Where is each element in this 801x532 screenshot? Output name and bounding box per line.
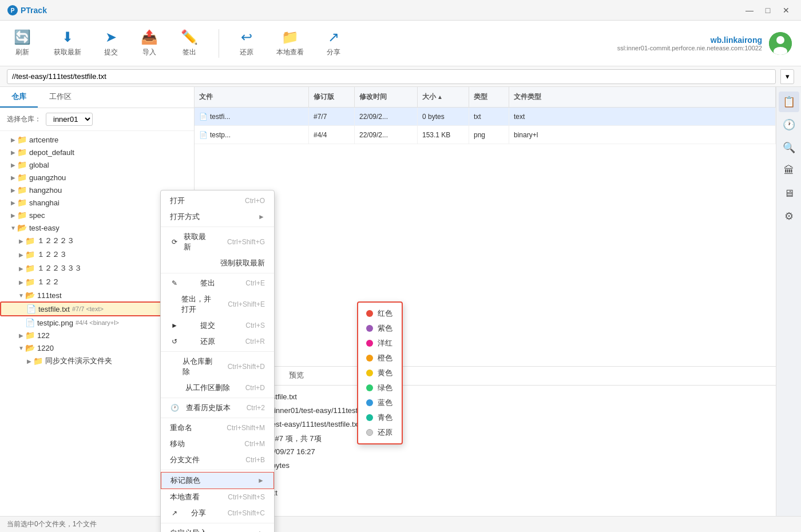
ctx-checkout-shortcut: Ctrl+E (245, 279, 265, 287)
color-item-restore[interactable]: 还原 (360, 425, 399, 440)
checkout-label: 签出 (183, 47, 196, 57)
tree-item-artcentre[interactable]: ▶ 📁 artcentre (0, 133, 194, 146)
ctx-history[interactable]: 🕐 查看历史版本 Ctrl+2 (161, 400, 274, 416)
color-item-orange[interactable]: 橙色 (360, 351, 399, 366)
avatar[interactable] (769, 32, 792, 55)
refresh-label: 刷新 (15, 47, 29, 57)
maximize-button[interactable]: □ (760, 5, 776, 16)
fetch-latest-button[interactable]: ⬇ 获取最新 (49, 27, 86, 59)
sidebar-warehouse-button[interactable]: 🏛 (779, 160, 799, 181)
path-dropdown[interactable]: ▾ (780, 69, 794, 84)
ctx-share[interactable]: ↗ 分享 Ctrl+Shift+C (161, 505, 274, 521)
main-content: 仓库 工作区 选择仓库： inner01 ▶ 📁 artcentre ▶ 📁 d… (0, 87, 801, 516)
ctx-force-fetch[interactable]: 强制获取最新 (161, 255, 274, 271)
sidebar-search-button[interactable]: 🔍 (779, 137, 799, 158)
ctx-branch[interactable]: 分支文件 Ctrl+B (161, 452, 274, 468)
tree-item-global[interactable]: ▶ 📁 global (0, 158, 194, 171)
ctx-share-shortcut: Ctrl+Shift+C (228, 509, 265, 517)
tree-arrow: ▶ (9, 137, 17, 143)
warehouse-select[interactable]: inner01 (46, 113, 93, 126)
ctx-separator7 (161, 523, 274, 523)
share-button[interactable]: ↗ 分享 (322, 27, 345, 59)
tree-arrow: ▶ (17, 252, 25, 258)
path-input[interactable] (7, 69, 776, 84)
color-item-cyan[interactable]: 青色 (360, 410, 399, 425)
color-item-red[interactable]: 红色 (360, 306, 399, 321)
ctx-fetch[interactable]: ⟳ 获取最新 Ctrl+Shift+G (161, 229, 274, 255)
left-panel: 仓库 工作区 选择仓库： inner01 ▶ 📁 artcentre ▶ 📁 d… (0, 87, 195, 516)
sort-arrow-icon: ▲ (437, 94, 443, 100)
tree-label: test-easy (29, 224, 60, 232)
col-revision: 修订版 (309, 87, 355, 107)
ctx-checkout[interactable]: ✎ 签出 Ctrl+E (161, 275, 274, 291)
minimize-button[interactable]: — (741, 5, 758, 16)
import-button[interactable]: 📤 导入 (136, 27, 162, 59)
file-list-header: 文件 修订版 修改时间 大小 ▲ 类型 文件类型 (195, 87, 776, 108)
warehouse-label: 选择仓库： (7, 114, 41, 124)
color-dot-orange (366, 355, 373, 362)
color-item-green[interactable]: 绿色 (360, 380, 399, 395)
submit-button[interactable]: ➤ 提交 (100, 27, 122, 59)
col-size: 大小 ▲ (418, 87, 469, 107)
ctx-branch-label: 分支文件 (170, 455, 200, 465)
ctx-open-with[interactable]: 打开方式 ► (161, 209, 274, 225)
file-cell-type-1: txt (469, 108, 509, 125)
ctx-revert[interactable]: ↺ 还原 Ctrl+R (161, 334, 274, 350)
svg-point-3 (776, 36, 784, 44)
status-text: 当前选中0个文件夹，1个文件 (7, 519, 97, 529)
detail-perforce-value: text (265, 489, 767, 509)
checkout-button[interactable]: ✏️ 签出 (176, 27, 203, 59)
submit-icon: ➤ (105, 29, 117, 45)
tree-item-guangzhou[interactable]: ▶ 📁 guangzhou (0, 171, 194, 184)
ctx-separator6 (161, 470, 274, 470)
ctx-delete-workspace[interactable]: 从工作区删除 Ctrl+D (161, 380, 274, 396)
tree-label: testpic.png (37, 319, 73, 327)
tab-workspace[interactable]: 工作区 (38, 87, 83, 108)
refresh-button[interactable]: 🔄 刷新 (9, 27, 35, 59)
sidebar-settings-button[interactable]: ⚙ (779, 206, 799, 227)
ctx-mark-color[interactable]: 标记颜色 ► (161, 472, 274, 489)
ctx-submit[interactable]: ► 提交 Ctrl+S (161, 317, 274, 334)
color-item-blue[interactable]: 蓝色 (360, 395, 399, 410)
ctx-separator3 (161, 351, 274, 352)
ctx-local-view-label: 本地查看 (170, 492, 200, 502)
revert-button[interactable]: ↩ 还原 (235, 27, 258, 59)
local-view-icon: 📁 (281, 29, 299, 45)
ctx-delete-depot-label: 从仓库删除 (183, 356, 214, 377)
file-cell-revision-1: #7/7 (309, 108, 355, 125)
file-row-testfile[interactable]: 📄 testfi... #7/7 22/09/2... 0 bytes txt … (195, 108, 776, 126)
sidebar-desktop-button[interactable]: 🖥 (779, 183, 799, 204)
ctx-local-view[interactable]: 本地查看 Ctrl+Shift+S (161, 489, 274, 505)
color-item-magenta[interactable]: 洋红 (360, 336, 399, 351)
file-row-testpic[interactable]: 📄 testp... #4/4 22/09/2... 153.1 KB png … (195, 126, 776, 144)
ctx-delete-workspace-shortcut: Ctrl+D (245, 384, 265, 392)
ctx-open[interactable]: 打开 Ctrl+O (161, 193, 274, 209)
color-dot-red (366, 310, 373, 317)
color-item-purple[interactable]: 紫色 (360, 321, 399, 336)
file-cell-name-1: 📄 testfi... (195, 108, 309, 125)
tree-label: shanghai (29, 198, 60, 207)
ctx-rename[interactable]: 重命名 Ctrl+Shift+M (161, 420, 274, 436)
ctx-checkout-open-label: 签出，并打开 (181, 294, 215, 315)
detail-tab-preview[interactable]: 预览 (277, 367, 315, 385)
local-view-button[interactable]: 📁 本地查看 (272, 27, 308, 59)
tree-item-depot-default[interactable]: ▶ 📁 depot_default (0, 146, 194, 158)
fetch-icon: ⬇ (62, 29, 73, 45)
ctx-delete-depot[interactable]: 从仓库删除 Ctrl+Shift+D (161, 354, 274, 380)
color-item-yellow[interactable]: 黄色 (360, 366, 399, 380)
ctx-checkout-open[interactable]: 签出，并打开 Ctrl+Shift+E (161, 291, 274, 317)
color-dot-purple (366, 325, 373, 332)
folder-icon: 📁 (25, 264, 35, 273)
detail-moddate-value: 22/09/27 16:27 (265, 447, 767, 458)
tab-warehouse[interactable]: 仓库 (0, 87, 38, 108)
tree-arrow: ▶ (17, 332, 25, 339)
sidebar-notes-button[interactable]: 📋 (779, 92, 799, 112)
ctx-move[interactable]: 移动 Ctrl+M (161, 436, 274, 452)
color-label-blue: 蓝色 (378, 398, 392, 408)
tree-label: 122 (37, 331, 50, 340)
sidebar-history-button[interactable]: 🕐 (779, 114, 799, 135)
ctx-custom-import[interactable]: 自定义导入 ► (161, 525, 274, 532)
close-button[interactable]: ✕ (778, 5, 794, 16)
tree-label: global (29, 161, 49, 169)
tree-arrow: ▼ (9, 225, 17, 231)
